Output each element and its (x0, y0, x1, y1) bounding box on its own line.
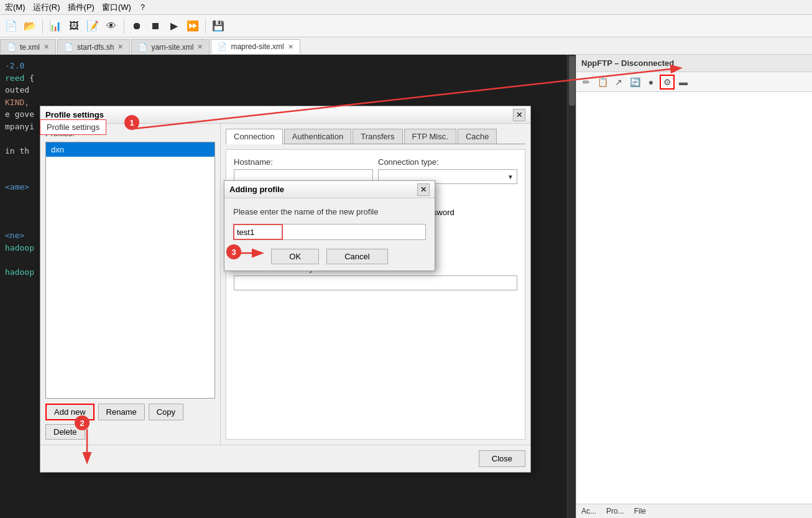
adding-profile-input-row (233, 224, 426, 240)
initial-dir-input[interactable] (234, 275, 517, 290)
adding-profile-title-text: Adding profile (229, 185, 284, 194)
nppftp-connect-btn[interactable]: ✏ (579, 75, 594, 90)
toolbar-play[interactable]: ▶ (165, 17, 183, 35)
tab-yarn-site[interactable]: 📄 yarn-site.xml ✕ (131, 39, 210, 54)
adding-profile-dialog: Adding profile ✕ Please enter the name o… (224, 180, 435, 271)
adding-profile-close-btn[interactable]: ✕ (417, 183, 430, 196)
tab-label-yarn: yarn-site.xml (151, 43, 193, 52)
annotation-badge-3: 3 (226, 244, 241, 259)
conn-type-label: Connection type: (378, 157, 517, 167)
adding-profile-titlebar: Adding profile ✕ (224, 181, 435, 198)
nppftp-extra-btn[interactable]: ▬ (676, 75, 691, 90)
menu-bar: 宏(M) 运行(R) 插件(P) 窗口(W) ？ (0, 0, 812, 15)
toolbar-record[interactable]: ⏺ (128, 17, 145, 35)
annotation-badge-2: 2 (75, 415, 90, 430)
menu-window[interactable]: 窗口(W) (102, 2, 131, 13)
menu-run[interactable]: 运行(R) (33, 2, 60, 13)
nppftp-upload-btn[interactable]: 🔄 (627, 75, 642, 90)
code-line: outed (5, 84, 562, 96)
toolbar-btn5[interactable]: 👁 (103, 17, 120, 35)
nppftp-settings-btn[interactable]: ⚙ (660, 75, 675, 90)
tab-bar: 📄 te.xml ✕ 📄 start-dfs.sh ✕ 📄 yarn-site.… (0, 37, 812, 55)
tab-mapred[interactable]: 📄 mapred-site.xml ✕ (211, 39, 300, 54)
profiles-list[interactable]: dxn (45, 142, 215, 399)
code-line: -2.0 (5, 60, 562, 72)
adding-profile-name-input[interactable] (233, 224, 283, 240)
settings-tabs: Connection Authentication Transfers FTP … (226, 129, 525, 144)
profile-dialog-body: Profiles: dxn Add new Rename Copy Delete… (40, 124, 530, 445)
toolbar-sep2 (124, 19, 124, 34)
profile-settings-label: Profile settings (40, 119, 106, 135)
toolbar-stop[interactable]: ⏹ (147, 17, 164, 35)
menu-help[interactable]: ？ (139, 2, 147, 13)
editor-scrollbar[interactable] (567, 55, 576, 518)
profile-item-dxn[interactable]: dxn (46, 142, 215, 157)
nppftp-bottom-tabs: Ac... Pro... File (576, 504, 812, 518)
toolbar-playall[interactable]: ⏩ (184, 17, 201, 35)
profiles-buttons: Add new Rename Copy (45, 404, 215, 420)
code-line: reed { (5, 72, 562, 85)
toolbar-save[interactable]: 💾 (210, 17, 227, 35)
menu-plugin[interactable]: 插件(P) (68, 2, 95, 13)
toolbar-btn4[interactable]: 📝 (84, 17, 101, 35)
tab-label-te: te.xml (20, 43, 40, 52)
tab-label-mapred: mapred-site.xml (231, 42, 284, 51)
nppftp-content (576, 92, 812, 504)
nppftp-refresh-btn[interactable]: ↗ (611, 75, 626, 90)
adding-profile-ok-btn[interactable]: OK (271, 249, 319, 264)
tab-connection[interactable]: Connection (226, 129, 283, 144)
profiles-panel: Profiles: dxn Add new Rename Copy Delete (40, 124, 221, 445)
toolbar: 📄 📂 📊 🖼 📝 👁 ⏺ ⏹ ▶ ⏩ 💾 (0, 15, 812, 37)
profile-dialog-titlebar: Profile settings ✕ (40, 106, 530, 124)
tab-cache[interactable]: Cache (458, 129, 497, 144)
toolbar-open[interactable]: 📂 (21, 17, 39, 35)
profile-settings-dialog: Profile settings ✕ Profiles: dxn Add new… (40, 106, 531, 473)
tab-close-dfs[interactable]: ✕ (118, 43, 123, 51)
tab-close-te[interactable]: ✕ (44, 43, 49, 51)
scrollbar-thumb[interactable] (569, 56, 575, 106)
profiles-delete-row: Delete (45, 424, 215, 440)
tab-authentication[interactable]: Authentication (284, 129, 351, 144)
nppftp-tab-ac[interactable]: Ac... (581, 507, 596, 516)
adding-profile-cancel-btn[interactable]: Cancel (326, 249, 387, 264)
close-dialog-button[interactable]: Close (479, 450, 525, 467)
toolbar-btn3[interactable]: 🖼 (65, 17, 83, 35)
tab-label-dfs: start-dfs.sh (77, 43, 114, 52)
rename-button[interactable]: Rename (98, 404, 145, 420)
profile-dialog-close-btn[interactable]: ✕ (513, 109, 525, 121)
tab-icon-mapred: 📄 (218, 42, 227, 51)
nppftp-tab-file[interactable]: File (634, 507, 646, 516)
adding-profile-rest (283, 224, 426, 240)
dropdown-arrow: ▼ (507, 173, 514, 180)
nppftp-header: NppFTP – Disconnected (576, 55, 812, 72)
copy-button[interactable]: Copy (149, 404, 183, 420)
nppftp-tab-pro[interactable]: Pro... (606, 507, 624, 516)
toolbar-sep1 (42, 19, 43, 34)
dialog-footer: Close (40, 445, 530, 472)
toolbar-btn2[interactable]: 📊 (47, 17, 64, 35)
hostname-label: Hostname: (234, 157, 373, 167)
nppftp-toolbar: ✏ 📋 ↗ 🔄 ● ⚙ ▬ (576, 72, 812, 92)
settings-panel: Connection Authentication Transfers FTP … (221, 124, 530, 445)
nppftp-panel: NppFTP – Disconnected ✏ 📋 ↗ 🔄 ● ⚙ ▬ Ac..… (576, 55, 812, 518)
tab-close-mapred[interactable]: ✕ (288, 43, 293, 51)
tab-transfers[interactable]: Transfers (353, 129, 402, 144)
adding-profile-body: Please enter the name of the new profile… (224, 198, 435, 271)
tab-icon-yarn: 📄 (138, 43, 147, 52)
adding-profile-buttons: OK Cancel (233, 249, 426, 264)
tab-icon-te: 📄 (7, 43, 16, 52)
tab-close-yarn[interactable]: ✕ (197, 43, 203, 51)
tab-te-xml[interactable]: 📄 te.xml ✕ (0, 39, 56, 54)
toolbar-sep3 (205, 19, 206, 34)
menu-macro[interactable]: 宏(M) (5, 2, 25, 13)
nppftp-disconnect-btn[interactable]: 📋 (595, 75, 610, 90)
tab-icon-dfs: 📄 (64, 43, 73, 52)
profile-dialog-title-text: Profile settings (45, 110, 104, 119)
annotation-badge-1: 1 (124, 115, 139, 130)
toolbar-new[interactable]: 📄 (2, 17, 20, 35)
adding-profile-message: Please enter the name of the new profile (233, 207, 426, 216)
tab-start-dfs[interactable]: 📄 start-dfs.sh ✕ (57, 39, 130, 54)
nppftp-title: NppFTP – Disconnected (581, 58, 674, 68)
nppftp-dot-btn[interactable]: ● (644, 75, 658, 90)
tab-ftp-misc[interactable]: FTP Misc. (404, 129, 456, 144)
